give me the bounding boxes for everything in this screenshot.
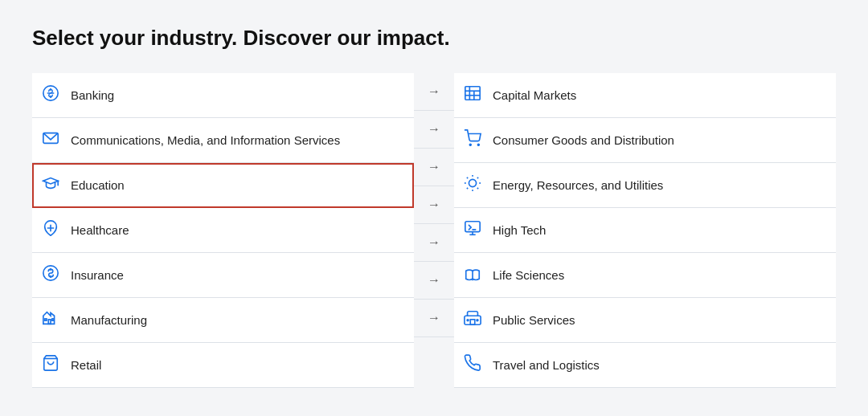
industry-item-communications[interactable]: Communications, Media, and Information S…	[32, 118, 414, 163]
life-sciences-icon	[464, 264, 483, 286]
arrow-communications: →	[414, 111, 454, 149]
manufacturing-label: Manufacturing	[71, 313, 147, 327]
banking-label: Banking	[71, 88, 114, 102]
industry-grid: Banking Communications, Media, and Infor…	[32, 73, 836, 388]
travel-label: Travel and Logistics	[493, 358, 600, 372]
svg-point-13	[469, 144, 471, 145]
retail-label: Retail	[71, 358, 101, 372]
industry-item-banking[interactable]: Banking	[32, 73, 414, 118]
communications-label: Communications, Media, and Information S…	[71, 133, 340, 147]
industry-item-education[interactable]: Education	[32, 163, 414, 208]
education-icon	[42, 174, 61, 196]
svg-point-32	[477, 320, 478, 321]
industry-item-energy[interactable]: Energy, Resources, and Utilities	[454, 163, 836, 208]
education-label: Education	[71, 178, 125, 192]
industry-item-public-services[interactable]: Public Services	[454, 298, 836, 343]
capital-markets-label: Capital Markets	[493, 88, 576, 102]
retail-icon	[42, 354, 61, 376]
industry-item-high-tech[interactable]: High Tech	[454, 208, 836, 253]
svg-rect-6	[52, 319, 54, 320]
travel-icon	[464, 354, 483, 376]
industry-item-retail[interactable]: Retail	[32, 343, 414, 388]
high-tech-icon	[464, 219, 483, 241]
energy-icon	[464, 174, 483, 196]
page-heading: Select your industry. Discover our impac…	[32, 26, 836, 51]
industry-item-travel[interactable]: Travel and Logistics	[454, 343, 836, 388]
communications-icon	[42, 129, 61, 151]
svg-rect-30	[470, 320, 475, 324]
left-industry-list: Banking Communications, Media, and Infor…	[32, 73, 414, 388]
energy-label: Energy, Resources, and Utilities	[493, 178, 663, 192]
healthcare-label: Healthcare	[71, 223, 129, 237]
svg-rect-24	[465, 222, 480, 232]
industry-item-consumer-goods[interactable]: Consumer Goods and Distribution	[454, 118, 836, 163]
arrow-insurance: →	[414, 224, 454, 262]
arrow-education: →	[414, 149, 454, 186]
industry-item-healthcare[interactable]: Healthcare	[32, 208, 414, 253]
consumer-goods-icon	[464, 129, 483, 151]
svg-rect-4	[48, 320, 51, 324]
svg-point-14	[477, 144, 479, 145]
arrow-banking: →	[414, 73, 454, 111]
high-tech-label: High Tech	[493, 223, 546, 237]
capital-markets-icon	[464, 84, 483, 106]
consumer-goods-label: Consumer Goods and Distribution	[493, 133, 674, 147]
arrow-divider: → → → → → → →	[414, 73, 454, 388]
arrow-manufacturing: →	[414, 262, 454, 300]
manufacturing-icon	[42, 309, 61, 331]
arrow-healthcare: →	[414, 186, 454, 224]
industry-item-life-sciences[interactable]: Life Sciences	[454, 253, 836, 298]
insurance-label: Insurance	[71, 268, 124, 282]
svg-line-23	[477, 177, 478, 178]
banking-icon	[42, 84, 61, 106]
svg-rect-8	[465, 87, 480, 100]
svg-rect-5	[45, 319, 47, 320]
public-services-icon	[464, 309, 483, 331]
life-sciences-label: Life Sciences	[493, 268, 564, 282]
right-industry-list: Capital Markets Consumer Goods and Distr…	[454, 73, 836, 388]
svg-point-15	[469, 179, 476, 186]
healthcare-icon	[42, 219, 61, 241]
industry-item-capital-markets[interactable]: Capital Markets	[454, 73, 836, 118]
svg-line-18	[467, 177, 468, 178]
insurance-icon	[42, 264, 61, 286]
svg-line-19	[477, 188, 478, 189]
industry-item-insurance[interactable]: Insurance	[32, 253, 414, 298]
svg-line-22	[467, 188, 468, 189]
industry-item-manufacturing[interactable]: Manufacturing	[32, 298, 414, 343]
industry-selector: Select your industry. Discover our impac…	[32, 26, 836, 388]
svg-point-31	[467, 320, 469, 321]
arrow-retail: →	[414, 300, 454, 337]
public-services-label: Public Services	[493, 313, 575, 327]
